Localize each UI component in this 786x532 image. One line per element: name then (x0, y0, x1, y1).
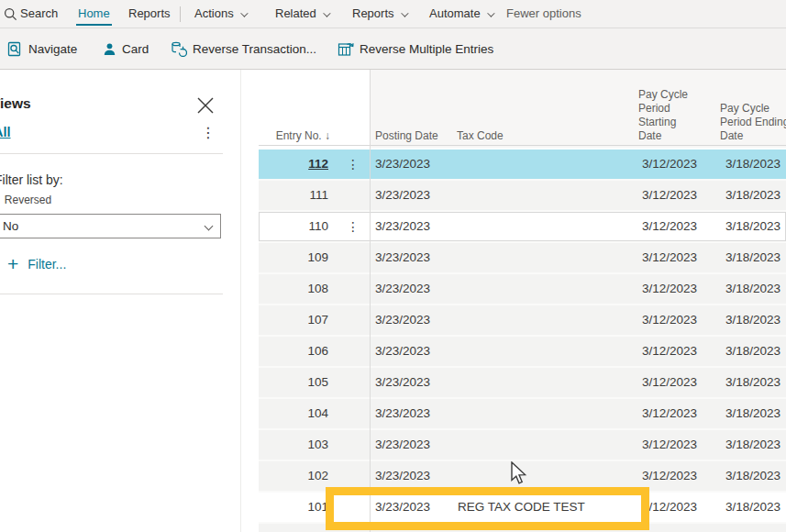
pay-cycle-start-cell[interactable]: 3/12/2023 (624, 399, 697, 428)
pay-cycle-start-cell[interactable]: 3/12/2023 (624, 368, 697, 397)
posting-date-cell[interactable]: 3/23/2023 (375, 243, 430, 272)
table-row[interactable]: 101 ⋮ 3/23/2023 REG TAX CODE TEST 3/12/2… (259, 493, 786, 524)
menu-fewer-options[interactable]: Fewer options (506, 0, 581, 28)
pay-cycle-start-cell[interactable]: 3/12/2023 (624, 274, 697, 304)
menu-reports[interactable]: Reports (352, 0, 406, 28)
row-context-menu-icon[interactable]: ⋮ (347, 150, 360, 179)
pay-cycle-end-cell[interactable]: 3/18/2023 (707, 181, 780, 210)
tax-code-cell[interactable]: REG TAX CODE TEST (458, 493, 585, 522)
entry-no-link[interactable] (259, 524, 328, 532)
chevron-down-icon (487, 9, 494, 17)
pay-cycle-end-cell[interactable]: 3/18/2023 (707, 337, 780, 366)
entry-no-link[interactable]: 110 (259, 212, 328, 241)
entry-no-link[interactable]: 103 (259, 430, 328, 460)
entry-no-link[interactable]: 102 (259, 461, 328, 491)
table-row[interactable]: 111 ⋮ 3/23/2023 3/12/2023 3/18/2023 (259, 181, 786, 212)
search-icon (4, 7, 17, 21)
table-row[interactable]: 107 ⋮ 3/23/2023 3/12/2023 3/18/2023 (259, 305, 786, 337)
pay-cycle-start-cell[interactable]: 3/12/2023 (624, 150, 697, 179)
table-row[interactable]: 104 ⋮ 3/23/2023 3/12/2023 3/18/2023 (259, 399, 786, 430)
posting-date-cell[interactable]: 3/23/2023 (375, 181, 430, 210)
posting-date-cell[interactable]: 3/23/2023 (375, 337, 430, 366)
tab-home[interactable]: Home (78, 0, 110, 28)
menu-divider (180, 6, 181, 22)
navigate-button[interactable]: Navigate (7, 28, 77, 69)
filter-list-by-label: Filter list by: (0, 172, 63, 187)
table-row[interactable]: 102 ⋮ 3/23/2023 3/12/2023 3/18/2023 (259, 461, 786, 493)
sort-descending-icon: ↓ (325, 129, 330, 142)
pay-cycle-end-cell[interactable]: 3/18/2023 (707, 399, 780, 428)
menu-related[interactable]: Related (275, 0, 328, 28)
pay-cycle-start-cell[interactable] (624, 524, 697, 532)
pay-cycle-start-cell[interactable]: 3/12/2023 (624, 181, 697, 210)
pay-cycle-end-cell[interactable]: 3/18/2023 (707, 274, 780, 304)
entry-no-link[interactable]: 105 (259, 368, 328, 397)
row-context-menu-icon[interactable]: ⋮ (347, 212, 360, 241)
posting-date-cell[interactable]: 3/23/2023 (375, 461, 430, 491)
pane-divider (0, 153, 223, 154)
entry-no-link[interactable]: 104 (259, 399, 328, 428)
posting-date-cell[interactable]: 3/23/2023 (375, 305, 430, 335)
column-posting-date[interactable]: Posting Date (375, 129, 438, 143)
reverse-transaction-icon (171, 40, 187, 57)
pay-cycle-start-cell[interactable]: 3/12/2023 (624, 430, 697, 460)
pay-cycle-start-cell[interactable]: 3/12/2023 (624, 305, 697, 335)
table-row[interactable]: 103 ⋮ 3/23/2023 3/12/2023 3/18/2023 (259, 430, 786, 461)
column-entry-no[interactable]: Entry No. ↓ (276, 129, 330, 143)
entry-no-link[interactable]: 111 (259, 181, 328, 210)
posting-date-cell[interactable]: 3/23/2023 (375, 274, 430, 304)
entry-no-link[interactable]: 106 (259, 337, 328, 366)
menu-search[interactable]: Search (20, 0, 58, 28)
posting-date-cell[interactable]: 3/23/2023 (375, 430, 430, 460)
entry-no-link[interactable]: 108 (259, 274, 328, 304)
menu-actions[interactable]: Actions (194, 0, 246, 28)
column-pay-cycle-period-ending-date[interactable]: Pay Cycle Period Ending Date (720, 102, 786, 143)
posting-date-cell[interactable]: 3/23/2023 (375, 368, 430, 397)
pay-cycle-end-cell[interactable]: 3/18/2023 (707, 212, 780, 241)
table-row[interactable]: 110 ⋮ 3/23/2023 3/12/2023 3/18/2023 (259, 212, 786, 243)
pay-cycle-start-cell[interactable]: 3/12/2023 (624, 212, 697, 241)
pay-cycle-end-cell[interactable]: 3/18/2023 (707, 461, 780, 491)
reverse-transaction-button[interactable]: Reverse Transaction... (171, 28, 316, 69)
table-row[interactable]: 108 ⋮ 3/23/2023 3/12/2023 3/18/2023 (259, 274, 786, 305)
pay-cycle-end-cell[interactable]: 3/18/2023 (707, 243, 780, 272)
pay-cycle-end-cell[interactable]: 3/18/2023 (707, 150, 780, 179)
header-bottom-border (259, 145, 786, 146)
pay-cycle-start-cell[interactable]: 3/12/2023 (624, 493, 697, 522)
chevron-down-icon (205, 222, 214, 231)
pay-cycle-start-cell[interactable]: 3/12/2023 (624, 243, 697, 272)
entry-no-link[interactable]: 109 (259, 243, 328, 272)
entry-no-link[interactable]: 112 (259, 150, 328, 179)
pay-cycle-end-cell[interactable]: 3/18/2023 (707, 305, 780, 335)
tab-reports[interactable]: Reports (128, 0, 171, 28)
menu-automate[interactable]: Automate (429, 0, 493, 28)
pay-cycle-end-cell[interactable]: 3/18/2023 (707, 493, 780, 522)
pay-cycle-end-cell[interactable] (707, 524, 780, 532)
action-bar: Navigate Card Reverse Transaction... (0, 28, 786, 70)
posting-date-cell[interactable]: 3/23/2023 (375, 212, 430, 241)
add-filter-link[interactable]: +Filter... (7, 253, 66, 275)
card-icon (103, 42, 116, 56)
pay-cycle-end-cell[interactable]: 3/18/2023 (707, 430, 780, 460)
reverse-multiple-entries-button[interactable]: Reverse Multiple Entries (338, 28, 493, 69)
card-button[interactable]: Card (103, 28, 149, 69)
table-row[interactable]: 106 ⋮ 3/23/2023 3/12/2023 3/18/2023 (259, 337, 786, 368)
table-row[interactable]: ⋮ (259, 524, 786, 532)
posting-date-cell[interactable]: 3/23/2023 (375, 399, 430, 428)
entry-no-link[interactable]: 107 (259, 305, 328, 335)
column-pay-cycle-period-starting-date[interactable]: Pay Cycle Period Starting Date (638, 88, 697, 143)
table-row[interactable]: 105 ⋮ 3/23/2023 3/12/2023 3/18/2023 (259, 368, 786, 399)
filter-field-reversed: ×Reversed (0, 194, 51, 206)
pay-cycle-end-cell[interactable]: 3/18/2023 (707, 368, 780, 397)
column-tax-code[interactable]: Tax Code (457, 129, 504, 143)
table-row[interactable]: 112 ⋮ 3/23/2023 3/12/2023 3/18/2023 (259, 150, 786, 181)
posting-date-cell[interactable]: 3/23/2023 (375, 150, 430, 179)
posting-date-cell[interactable]: 3/23/2023 (375, 493, 430, 522)
entry-no-link[interactable]: 101 (259, 493, 328, 522)
reversed-filter-dropdown[interactable]: No (0, 214, 221, 238)
business-central-window: Search Home Reports Actions Related Repo… (0, 0, 786, 532)
pay-cycle-start-cell[interactable]: 3/12/2023 (624, 461, 697, 491)
pay-cycle-start-cell[interactable]: 3/12/2023 (624, 337, 697, 366)
chevron-down-icon (323, 9, 330, 17)
table-row[interactable]: 109 ⋮ 3/23/2023 3/12/2023 3/18/2023 (259, 243, 786, 274)
